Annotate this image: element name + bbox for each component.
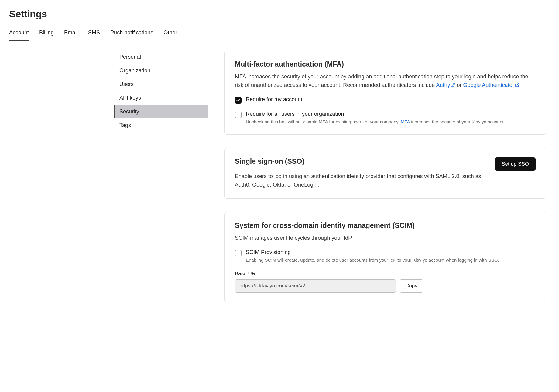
- mfa-card: Multi-factor authentication (MFA) MFA in…: [224, 51, 546, 135]
- sso-card: Single sign-on (SSO) Enable users to log…: [224, 148, 546, 199]
- tab-account[interactable]: Account: [9, 27, 29, 41]
- sidebar-item-organization[interactable]: Organization: [114, 64, 208, 77]
- svg-line-0: [453, 83, 455, 85]
- mfa-period: .: [520, 82, 521, 88]
- mfa-require-org-label: Require for all users in your organizati…: [246, 111, 536, 117]
- mfa-require-org-checkbox[interactable]: [235, 112, 242, 118]
- tab-other[interactable]: Other: [163, 27, 177, 41]
- tab-email[interactable]: Email: [64, 27, 78, 41]
- scim-provisioning-label: SCIM Provisioning: [246, 249, 536, 256]
- scim-title: System for cross-domain identity managem…: [235, 222, 536, 230]
- mfa-require-self-checkbox[interactable]: [235, 97, 242, 104]
- mfa-require-org-subtext: Unchecking this box will not disable MFA…: [246, 119, 536, 126]
- scim-provisioning-subtext: Enabling SCIM will create, update, and d…: [246, 257, 536, 264]
- mfa-title: Multi-factor authentication (MFA): [235, 60, 536, 68]
- mfa-or-text: or: [455, 82, 463, 88]
- tab-billing[interactable]: Billing: [39, 27, 54, 41]
- svg-line-1: [517, 83, 519, 85]
- sidebar-item-tags[interactable]: Tags: [114, 119, 208, 132]
- tabs: Account Billing Email SMS Push notificat…: [0, 27, 559, 41]
- copy-button[interactable]: Copy: [400, 279, 423, 293]
- authy-link[interactable]: Authy: [436, 82, 455, 88]
- sidebar-item-api-keys[interactable]: API keys: [114, 92, 208, 104]
- sidebar: Personal Organization Users API keys Sec…: [114, 51, 208, 315]
- sso-title: Single sign-on (SSO): [235, 157, 486, 166]
- mfa-require-self-label: Require for my account: [246, 96, 536, 103]
- sidebar-item-users[interactable]: Users: [114, 78, 208, 91]
- base-url-input[interactable]: [235, 279, 396, 293]
- tab-push-notifications[interactable]: Push notifications: [110, 27, 153, 41]
- main-content: Multi-factor authentication (MFA) MFA in…: [224, 51, 546, 315]
- scim-description: SCIM manages user life cycles through yo…: [235, 234, 536, 242]
- scim-provisioning-row: SCIM Provisioning Enabling SCIM will cre…: [235, 249, 536, 264]
- base-url-label: Base URL: [235, 271, 536, 277]
- mfa-help-link[interactable]: MFA: [401, 119, 410, 124]
- mfa-require-self-row: Require for my account: [235, 96, 536, 104]
- external-link-icon: [451, 83, 455, 87]
- mfa-require-org-row: Require for all users in your organizati…: [235, 111, 536, 126]
- sidebar-item-personal[interactable]: Personal: [114, 51, 208, 63]
- page-title: Settings: [9, 9, 550, 20]
- tab-sms[interactable]: SMS: [88, 27, 100, 41]
- scim-card: System for cross-domain identity managem…: [224, 212, 546, 302]
- external-link-icon: [515, 83, 520, 87]
- scim-provisioning-checkbox[interactable]: [235, 250, 242, 256]
- google-authenticator-link[interactable]: Google Authenticator: [463, 82, 519, 88]
- sidebar-item-security[interactable]: Security: [114, 105, 208, 118]
- setup-sso-button[interactable]: Set up SSO: [495, 157, 536, 171]
- mfa-description: MFA increases the security of your accou…: [235, 73, 536, 90]
- sso-description: Enable users to log in using an authenti…: [235, 172, 486, 189]
